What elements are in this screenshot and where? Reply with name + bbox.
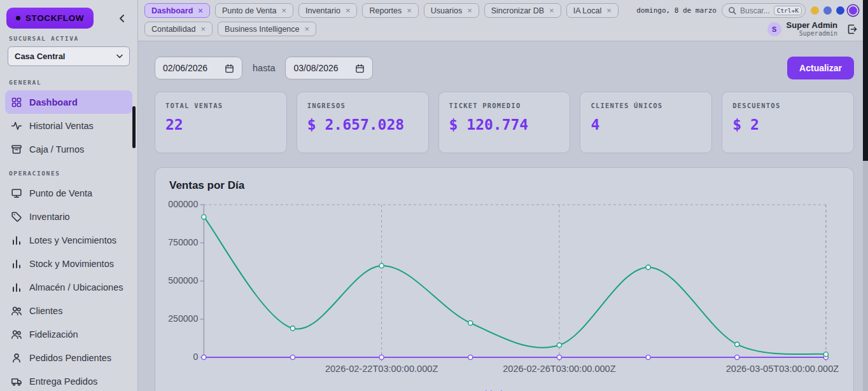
stat-label: DESCUENTOS <box>732 102 843 109</box>
bar-chart-icon <box>11 258 22 270</box>
svg-text:2026-02-22T03:00:00.000Z: 2026-02-22T03:00:00.000Z <box>325 364 438 374</box>
users-icon <box>11 329 22 340</box>
search-input[interactable]: Buscar... Ctrl+K <box>722 3 806 18</box>
sidebar-item-punto-de-venta[interactable]: Punto de Venta <box>5 181 132 205</box>
stat-label: TOTAL VENTAS <box>165 102 276 109</box>
update-button[interactable]: Actualizar <box>787 57 854 79</box>
sidebar-item-caja-turnos[interactable]: Caja / Turnos <box>5 137 132 161</box>
sales-by-day-card: Ventas por Día 0250000500000750000100000… <box>155 167 854 391</box>
main-scrollbar-thumb[interactable] <box>863 0 868 161</box>
tab-punto-de-venta[interactable]: Punto de Venta× <box>215 3 293 18</box>
sidebar-item-entrega-pedidos[interactable]: Entrega Pedidos <box>5 369 132 391</box>
sidebar-item-clientes[interactable]: Clientes <box>5 299 132 322</box>
stat-card-ticket-promedio: TICKET PROMEDIO$ 120.774 <box>438 92 571 153</box>
svg-text:2026-03-05T03:00:00.000Z: 2026-03-05T03:00:00.000Z <box>726 364 839 374</box>
user-icon <box>11 352 22 364</box>
date-from-value: 02/06/2026 <box>163 63 207 73</box>
date-from-input[interactable]: 02/06/2026 <box>155 57 242 79</box>
chevron-left-icon <box>117 13 127 24</box>
user-names: Super Admin Superadmin <box>787 21 837 37</box>
tab-label: Inventario <box>305 6 340 15</box>
logout-button[interactable] <box>845 22 859 36</box>
tab-contabilidad[interactable]: Contabilidad× <box>144 22 213 36</box>
close-icon[interactable]: × <box>281 6 286 15</box>
tab-label: IA Local <box>573 6 601 15</box>
tab-label: Sincronizar DB <box>491 6 544 15</box>
sidebar-item-historial-ventas[interactable]: Historial Ventas <box>5 114 132 137</box>
branch-select[interactable]: Casa Central <box>8 46 130 66</box>
user-row: S Super Admin Superadmin <box>767 21 859 37</box>
tab-reportes[interactable]: Reportes× <box>362 3 418 18</box>
search-shortcut-badge: Ctrl+K <box>774 6 802 15</box>
sidebar-scrollbar-thumb[interactable] <box>132 106 136 148</box>
sidebar: STOCKFLOW SUCURSAL ACTIVA Casa Central G… <box>0 0 138 391</box>
theme-color-dots <box>811 6 859 15</box>
close-icon[interactable]: × <box>198 6 203 15</box>
sidebar-item-stock-y-movimientos[interactable]: Stock y Movimientos <box>5 252 132 275</box>
close-icon[interactable]: × <box>606 6 612 15</box>
tab-dashboard[interactable]: Dashboard× <box>144 3 210 18</box>
calendar-icon <box>225 64 234 73</box>
theme-yellow-dot[interactable] <box>811 6 819 15</box>
archive-box-icon <box>11 144 22 155</box>
stat-label: CLIENTES ÚNICOS <box>591 102 701 109</box>
theme-indigo-dot[interactable] <box>836 6 844 15</box>
pos-terminal-icon <box>11 188 22 199</box>
tab-business-intelligence[interactable]: Business Intelligence× <box>218 22 316 36</box>
tab-ia-local[interactable]: IA Local× <box>566 3 619 18</box>
branch-selected-value: Casa Central <box>15 51 65 61</box>
stat-label: INGRESOS <box>307 102 418 109</box>
tab-label: Reportes <box>369 6 402 15</box>
branch-label: SUCURSAL ACTIVA <box>9 35 129 42</box>
sidebar-collapse-button[interactable] <box>115 11 130 26</box>
grid-icon <box>11 97 22 108</box>
close-icon[interactable]: × <box>467 6 472 15</box>
date-to-input[interactable]: 03/08/2026 <box>285 57 373 79</box>
stats-row: TOTAL VENTAS22INGRESOS$ 2.657.028TICKET … <box>155 92 854 153</box>
sidebar-item-label: Pedidos Pendientes <box>29 353 111 363</box>
close-icon[interactable]: × <box>346 6 351 15</box>
calendar-icon <box>355 64 365 73</box>
sidebar-item-label: Clientes <box>29 306 62 316</box>
sidebar-item-label: Entrega Pedidos <box>29 376 97 387</box>
sidebar-nav: GENERALDashboardHistorial VentasCaja / T… <box>0 70 137 391</box>
sidebar-item-fidelizacion[interactable]: Fidelización <box>5 322 132 346</box>
avatar[interactable]: S <box>767 22 781 36</box>
bar-chart-icon <box>11 235 22 246</box>
tab-label: Usuarios <box>431 6 462 15</box>
current-date-text: domingo, 8 de marzo <box>636 6 717 15</box>
tab-usuarios[interactable]: Usuarios× <box>424 3 479 18</box>
svg-text:0: 0 <box>193 352 198 362</box>
app-logo: STOCKFLOW <box>6 8 94 29</box>
sidebar-item-label: Inventario <box>29 212 70 222</box>
svg-text:1000000: 1000000 <box>168 200 198 210</box>
tab-bar: Dashboard×Punto de Venta×Inventario×Repo… <box>144 3 628 36</box>
main-scrollbar[interactable] <box>863 0 868 391</box>
tab-inventario[interactable]: Inventario× <box>298 3 358 18</box>
theme-blue-dot[interactable] <box>823 6 832 15</box>
stat-value: $ 2.657.028 <box>307 116 418 133</box>
svg-text:2026-02-26T03:00:00.000Z: 2026-02-26T03:00:00.000Z <box>503 364 616 374</box>
stat-card-ingresos: INGRESOS$ 2.657.028 <box>297 92 429 153</box>
close-icon[interactable]: × <box>407 6 412 15</box>
close-icon[interactable]: × <box>305 25 310 33</box>
stat-label: TICKET PROMEDIO <box>449 102 560 109</box>
user-name: Super Admin <box>787 21 837 30</box>
sidebar-item-inventario[interactable]: Inventario <box>5 205 132 228</box>
stat-value: $ 2 <box>732 116 843 133</box>
branch-block: SUCURSAL ACTIVA Casa Central <box>0 35 137 70</box>
sidebar-item-almacen-ubicaciones[interactable]: Almacén / Ubicaciones <box>5 275 132 299</box>
header-utilities-row: domingo, 8 de marzo Buscar... Ctrl+K <box>636 3 859 18</box>
theme-purple-dot[interactable] <box>849 6 857 15</box>
close-icon[interactable]: × <box>549 6 554 15</box>
header: Dashboard×Punto de Venta×Inventario×Repo… <box>138 0 868 41</box>
logo-dot-icon <box>16 16 20 20</box>
close-icon[interactable]: × <box>201 25 206 33</box>
sidebar-item-pedidos-pendientes[interactable]: Pedidos Pendientes <box>5 346 132 369</box>
sidebar-item-lotes-y-vencimientos[interactable]: Lotes y Vencimientos <box>5 228 132 252</box>
tab-sincronizar-db[interactable]: Sincronizar DB× <box>484 3 561 18</box>
dashboard-content: 02/06/2026 hasta 03/08/2026 Actualizar T… <box>138 41 868 391</box>
tab-label: Punto de Venta <box>222 6 277 15</box>
sidebar-item-dashboard[interactable]: Dashboard <box>5 90 132 114</box>
stat-value: 22 <box>165 116 276 133</box>
